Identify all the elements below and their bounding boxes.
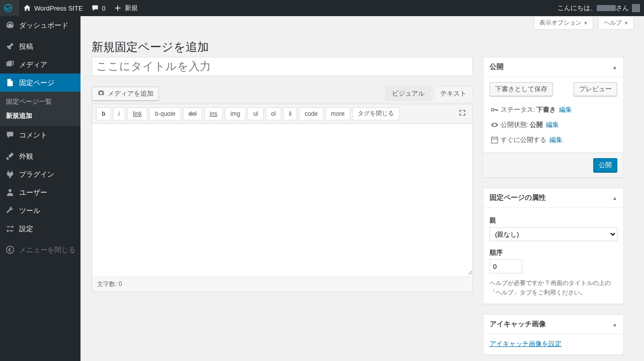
dashboard-icon	[5, 20, 15, 30]
menu-pages[interactable]: 固定ページ	[0, 74, 80, 92]
menu-label: ツール	[19, 206, 40, 215]
preview-button[interactable]: プレビュー	[574, 82, 617, 96]
publish-metabox-header[interactable]: 公開 ▲	[484, 57, 623, 77]
menu-media[interactable]: メディア	[0, 55, 80, 74]
collapse-icon	[5, 245, 15, 255]
qt-ol[interactable]: ol	[266, 107, 281, 120]
qt-close-tags[interactable]: タグを閉じる	[352, 107, 399, 120]
camera-icon	[97, 89, 105, 98]
my-account[interactable]: こんにちは、 さん	[553, 0, 644, 16]
wrench-icon	[5, 205, 15, 215]
svg-rect-6	[492, 137, 498, 143]
screen-meta-links: 表示オプション▼ ヘルプ▼	[80, 16, 644, 30]
eye-icon	[490, 120, 500, 129]
editor-tabs: ビジュアル テキスト	[383, 86, 473, 101]
menu-settings[interactable]: 設定	[0, 220, 80, 238]
calendar-icon	[490, 135, 500, 145]
menu-label: コメント	[19, 130, 47, 139]
order-label: 順序	[490, 248, 617, 257]
media-icon	[5, 59, 15, 69]
page-attributes-header[interactable]: 固定ページの属性 ▲	[484, 188, 623, 208]
menu-appearance[interactable]: 外観	[0, 147, 80, 165]
qt-del[interactable]: del	[183, 107, 202, 120]
content-textarea[interactable]	[92, 124, 472, 275]
greeting-suffix: さん	[616, 4, 629, 13]
submenu-pages: 固定ページ一覧 新規追加	[0, 92, 80, 126]
menu-label: メディア	[19, 60, 47, 69]
qt-link[interactable]: link	[127, 107, 147, 120]
post-title-input[interactable]	[92, 57, 473, 76]
qt-blockquote[interactable]: b-quote	[149, 107, 181, 120]
qt-italic[interactable]: i	[113, 107, 125, 120]
submenu-pages-list[interactable]: 固定ページ一覧	[0, 95, 80, 109]
menu-posts[interactable]: 投稿	[0, 37, 80, 55]
pin-icon	[5, 41, 15, 51]
menu-label: メニューを閉じる	[19, 245, 75, 254]
edit-schedule-link[interactable]: 編集	[549, 135, 562, 145]
submenu-pages-add-new[interactable]: 新規追加	[0, 109, 80, 123]
comment-icon	[5, 130, 15, 140]
svg-point-1	[8, 62, 9, 63]
page-title: 新規固定ページを追加	[92, 35, 624, 57]
fullscreen-toggle[interactable]	[456, 109, 468, 118]
menu-label: 投稿	[19, 42, 33, 51]
greeting-prefix: こんにちは、	[557, 4, 597, 13]
sliders-icon	[5, 224, 15, 234]
chevron-up-icon: ▲	[612, 64, 617, 70]
qt-code[interactable]: code	[299, 107, 323, 120]
qt-img[interactable]: img	[225, 107, 246, 120]
site-name: WordPress SITE	[34, 5, 83, 12]
edit-status-link[interactable]: 編集	[559, 105, 572, 114]
menu-plugins[interactable]: プラグイン	[0, 165, 80, 183]
plugin-icon	[5, 169, 15, 179]
save-draft-button[interactable]: 下書きとして保存	[490, 82, 553, 96]
qt-more[interactable]: more	[326, 107, 350, 120]
title-wrap	[92, 57, 473, 76]
edit-visibility-link[interactable]: 編集	[546, 120, 559, 129]
help-toggle[interactable]: ヘルプ▼	[598, 17, 634, 30]
svg-point-5	[492, 108, 494, 111]
menu-dashboard[interactable]: ダッシュボード	[0, 16, 80, 34]
tab-visual[interactable]: ビジュアル	[385, 86, 431, 101]
chevron-down-icon: ▼	[584, 21, 588, 26]
parent-label: 親	[490, 216, 617, 225]
schedule-row: すぐに公開する 編集	[490, 132, 617, 148]
editor-area	[92, 123, 473, 277]
screen-options-toggle[interactable]: 表示オプション▼	[534, 17, 594, 30]
menu-label: 設定	[19, 224, 33, 233]
new-content-link[interactable]: 新規	[110, 0, 142, 16]
featured-image-header[interactable]: アイキャッチ画像 ▲	[484, 315, 623, 334]
menu-tools[interactable]: ツール	[0, 201, 80, 220]
menu-users[interactable]: ユーザー	[0, 183, 80, 201]
key-icon	[490, 105, 500, 114]
fullscreen-icon	[458, 111, 466, 118]
set-featured-image-link[interactable]: アイキャッチ画像を設定	[490, 340, 561, 347]
admin-toolbar: WordPress SITE 0 新規 こんにちは、 さん	[0, 0, 644, 16]
status-row: ステータス: 下書き 編集	[490, 102, 617, 117]
publish-metabox: 公開 ▲ 下書きとして保存 プレビュー ステータス: 下書き 編集	[483, 57, 624, 178]
quicktags-toolbar: b i link b-quote del ins img ul ol li co…	[92, 104, 473, 123]
site-name-link[interactable]: WordPress SITE	[19, 0, 87, 16]
tab-text[interactable]: テキスト	[434, 86, 473, 101]
qt-li[interactable]: li	[283, 107, 297, 120]
menu-order-input[interactable]	[490, 259, 522, 273]
parent-select[interactable]: (親なし)	[490, 227, 617, 241]
avatar	[632, 4, 640, 12]
word-count-label: 文字数:	[97, 280, 119, 287]
chevron-up-icon: ▲	[612, 195, 617, 201]
add-media-button[interactable]: メディアを追加	[92, 87, 159, 101]
menu-collapse[interactable]: メニューを閉じる	[0, 240, 80, 259]
comments-link[interactable]: 0	[87, 0, 110, 16]
menu-label: プラグイン	[19, 170, 54, 179]
user-name	[597, 5, 616, 11]
menu-comments[interactable]: コメント	[0, 126, 80, 144]
qt-bold[interactable]: b	[96, 107, 111, 120]
comment-count: 0	[102, 5, 106, 12]
publish-button[interactable]: 公開	[593, 158, 617, 172]
svg-point-4	[100, 92, 103, 94]
qt-ul[interactable]: ul	[248, 107, 263, 120]
wp-logo[interactable]	[0, 0, 19, 16]
qt-ins[interactable]: ins	[204, 107, 223, 120]
new-label: 新規	[125, 4, 138, 13]
featured-image-metabox: アイキャッチ画像 ▲ アイキャッチ画像を設定	[483, 314, 624, 355]
